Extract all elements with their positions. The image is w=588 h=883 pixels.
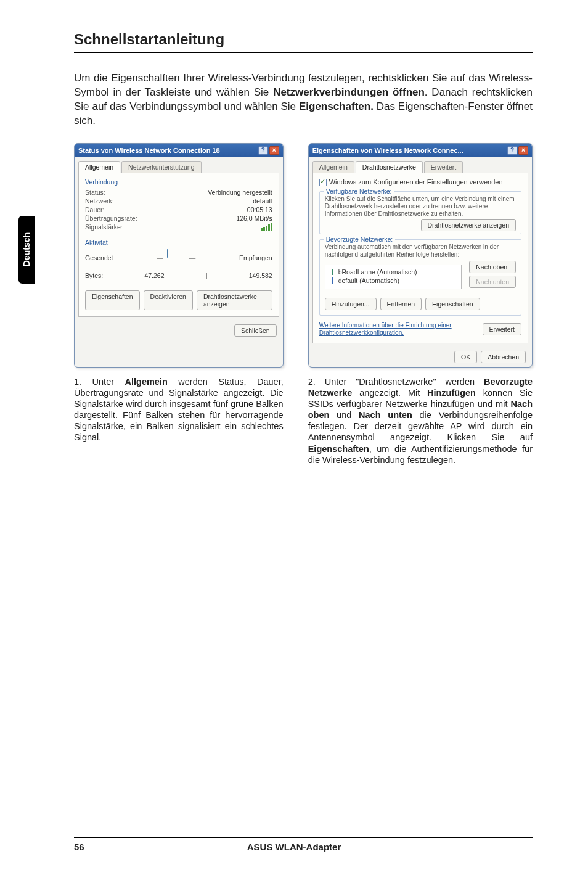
close-icon[interactable]: ×	[518, 146, 528, 155]
advanced-button[interactable]: Erweitert	[483, 323, 521, 335]
status-dialog-title: Status von Wireless Network Connection 1…	[78, 147, 220, 154]
advanced-help-link[interactable]: Weitere Informationen über die Einrichtu…	[319, 322, 455, 337]
windows-config-checkbox[interactable]: Windows zum Konfigurieren der Einstellun…	[319, 178, 521, 186]
antenna-icon	[329, 277, 335, 284]
caption-2: 2. Unter "Drahtlosnetzwerke" werden Bevo…	[308, 376, 533, 466]
page-title: Schnellstartanleitung	[74, 31, 533, 48]
available-networks-group: Verfügbare Netzwerke: Klicken Sie auf di…	[319, 191, 521, 234]
ok-button[interactable]: OK	[454, 351, 477, 363]
close-icon[interactable]: ×	[269, 146, 279, 155]
view-wireless-button[interactable]: Drahtlosnetzwerke anzeigen	[421, 219, 517, 231]
cancel-button[interactable]: Abbrechen	[481, 351, 526, 363]
properties-dialog-titlebar: Eigenschaften von Wireless Network Conne…	[309, 144, 532, 157]
help-icon[interactable]: ?	[507, 146, 517, 155]
status-dialog: Status von Wireless Network Connection 1…	[74, 143, 284, 368]
signal-strength-icon	[261, 223, 272, 232]
tab-advanced[interactable]: Erweitert	[424, 161, 463, 173]
footer-product: ASUS WLAN-Adapter	[0, 842, 588, 852]
group-connection: Verbindung	[85, 178, 272, 186]
tab-general-2[interactable]: Allgemein	[312, 161, 354, 173]
list-item[interactable]: bRoadLanne (Automatisch)	[329, 268, 458, 276]
tab-general[interactable]: Allgemein	[78, 161, 120, 173]
help-icon[interactable]: ?	[258, 146, 268, 155]
intro-paragraph: Um die Eigenschalften Ihrer Wireless-Ver…	[74, 72, 533, 128]
group-activity: Aktivität	[85, 239, 272, 246]
list-item[interactable]: default (Automatisch)	[329, 276, 458, 285]
properties-dialog: Eigenschaften von Wireless Network Conne…	[308, 143, 533, 368]
preferred-networks-group: Bevorzugte Netzwerke: Verbindung automat…	[319, 239, 521, 316]
remove-button[interactable]: Entfernen	[380, 298, 422, 310]
item-properties-button[interactable]: Eigenschaften	[425, 298, 480, 310]
page-footer: 56 ASUS WLAN-Adapter	[0, 837, 588, 852]
header-rule	[74, 52, 533, 53]
status-tabs: Allgemein Netzwerkunterstützung	[75, 157, 283, 173]
move-up-button[interactable]: Nach oben	[469, 261, 516, 273]
close-button[interactable]: Schließen	[234, 324, 277, 337]
preferred-listbox[interactable]: bRoadLanne (Automatisch) default (Automa…	[325, 265, 462, 289]
caption-1: 1. Unter Allgemein werden Status, Dauer,…	[74, 376, 284, 466]
monitor-icon	[167, 250, 186, 266]
move-down-button[interactable]: Nach unten	[469, 276, 516, 288]
disable-button[interactable]: Deaktivieren	[144, 290, 193, 310]
properties-tabs: Allgemein Drahtlosnetzwerke Erweitert	[309, 157, 532, 173]
properties-dialog-title: Eigenschaften von Wireless Network Conne…	[312, 147, 463, 154]
tab-wireless[interactable]: Drahtlosnetzwerke	[356, 161, 423, 173]
view-networks-button[interactable]: Drahtlosnetzwerke anzeigen	[197, 290, 272, 310]
properties-button[interactable]: Eigenschaften	[85, 290, 140, 310]
tab-support[interactable]: Netzwerkunterstützung	[121, 161, 201, 173]
antenna-icon	[329, 269, 335, 275]
status-dialog-titlebar: Status von Wireless Network Connection 1…	[75, 144, 283, 157]
checkbox-icon	[319, 179, 327, 186]
add-button[interactable]: Hinzufügen...	[325, 298, 377, 310]
